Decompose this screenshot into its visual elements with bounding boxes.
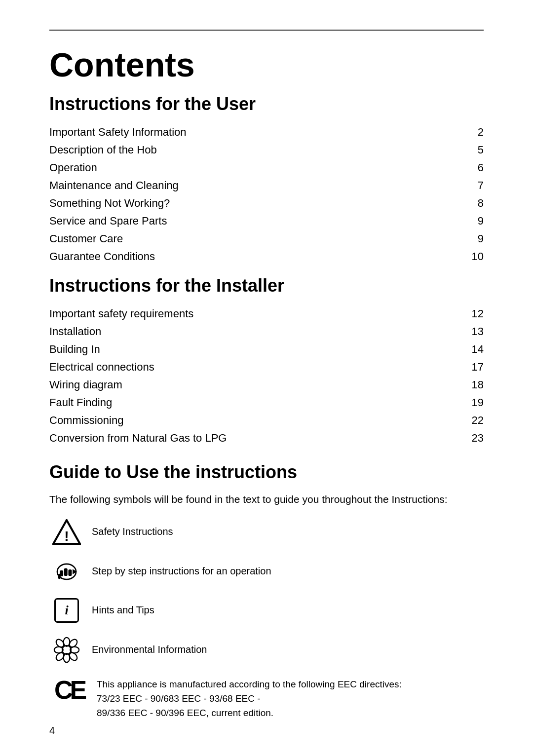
installer-toc-item: Conversion from Natural Gas to LPG23 [49, 429, 484, 447]
toc-page: 9 [459, 232, 484, 245]
guide-item-hints: i Hints and Tips [49, 598, 484, 623]
toc-page: 17 [459, 361, 484, 374]
installer-toc-item: Building In14 [49, 340, 484, 358]
toc-label: Commissioning [49, 414, 459, 427]
toc-label: Important safety requirements [49, 307, 459, 320]
info-box-icon: i [49, 598, 84, 623]
toc-page: 22 [459, 414, 484, 427]
toc-page: 18 [459, 378, 484, 391]
toc-label: Something Not Working? [49, 197, 459, 210]
toc-page: 23 [459, 432, 484, 445]
installer-toc-item: Electrical connections17 [49, 358, 484, 376]
toc-page: 13 [459, 325, 484, 338]
user-toc: Important Safety Information2Description… [49, 123, 484, 265]
toc-label: Maintenance and Cleaning [49, 179, 459, 192]
user-toc-item: Customer Care9 [49, 230, 484, 248]
guide-section: Guide to Use the instructions The follow… [49, 462, 484, 720]
installer-toc-item: Wiring diagram18 [49, 376, 484, 394]
hand-icon [49, 559, 84, 584]
user-section-heading: Instructions for the User [49, 94, 484, 114]
toc-page: 14 [459, 343, 484, 356]
user-toc-item: Service and Spare Parts9 [49, 212, 484, 230]
eco-icon [49, 637, 84, 663]
page-number: 4 [49, 725, 55, 736]
user-toc-item: Operation6 [49, 159, 484, 177]
svg-text:!: ! [64, 529, 69, 544]
page-title: Contents [49, 45, 484, 84]
toc-label: Service and Spare Parts [49, 215, 459, 227]
toc-page: 7 [459, 179, 484, 192]
user-toc-item: Something Not Working?8 [49, 194, 484, 212]
top-border [49, 30, 484, 31]
installer-toc-item: Fault Finding19 [49, 394, 484, 412]
ce-mark-icon: CE [49, 677, 89, 703]
toc-page: 10 [459, 250, 484, 263]
toc-page: 9 [459, 215, 484, 227]
user-toc-item: Important Safety Information2 [49, 123, 484, 141]
toc-page: 5 [459, 144, 484, 156]
guide-label-hints: Hints and Tips [92, 605, 154, 616]
svg-rect-6 [58, 573, 61, 578]
installer-toc-item: Commissioning22 [49, 412, 484, 429]
toc-page: 8 [459, 197, 484, 210]
installer-section-heading: Instructions for the Installer [49, 275, 484, 296]
toc-label: Building In [49, 343, 459, 356]
toc-page: 19 [459, 396, 484, 409]
guide-item-eco: Environmental Information [49, 637, 484, 663]
toc-page: 12 [459, 307, 484, 320]
toc-label: Fault Finding [49, 396, 459, 409]
svg-rect-5 [68, 569, 72, 576]
toc-page: 2 [459, 126, 484, 139]
toc-label: Operation [49, 161, 459, 174]
toc-label: Guarantee Conditions [49, 250, 459, 263]
toc-label: Customer Care [49, 232, 459, 245]
guide-label-eco: Environmental Information [92, 644, 207, 655]
installer-toc: Important safety requirements12Installat… [49, 305, 484, 447]
guide-item-safety: ! Safety Instructions [49, 519, 484, 545]
toc-label: Electrical connections [49, 361, 459, 374]
toc-page: 6 [459, 161, 484, 174]
guide-label-safety: Safety Instructions [92, 526, 173, 537]
guide-label-steps: Step by step instructions for an operati… [92, 566, 271, 577]
warning-triangle-icon: ! [49, 519, 84, 545]
installer-toc-item: Important safety requirements12 [49, 305, 484, 323]
installer-toc-item: Installation13 [49, 323, 484, 340]
toc-label: Important Safety Information [49, 126, 459, 139]
toc-label: Installation [49, 325, 459, 338]
toc-label: Conversion from Natural Gas to LPG [49, 432, 459, 445]
toc-label: Description of the Hob [49, 144, 459, 156]
ce-description: This appliance is manufactured according… [97, 677, 402, 720]
user-toc-item: Guarantee Conditions10 [49, 248, 484, 265]
guide-section-heading: Guide to Use the instructions [49, 462, 484, 483]
ce-block: CE This appliance is manufactured accord… [49, 677, 484, 720]
user-toc-item: Maintenance and Cleaning7 [49, 177, 484, 194]
svg-rect-4 [64, 568, 68, 576]
guide-item-steps: Step by step instructions for an operati… [49, 559, 484, 584]
user-toc-item: Description of the Hob5 [49, 141, 484, 159]
toc-label: Wiring diagram [49, 378, 459, 391]
guide-intro: The following symbols will be found in t… [49, 491, 484, 507]
page: Contents Instructions for the User Impor… [0, 0, 533, 756]
